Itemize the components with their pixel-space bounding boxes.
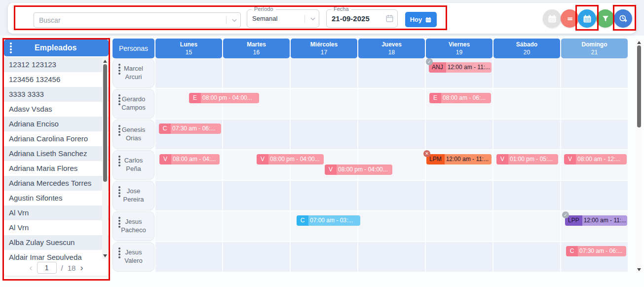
scroll-up-icon[interactable] (637, 41, 641, 44)
page-next-icon[interactable]: › (80, 263, 83, 272)
menu-icon (565, 14, 575, 24)
schedule-row: Genesis OriasC07:30 am - 06:... (113, 120, 629, 149)
person-card[interactable]: Jose Pereira (113, 181, 154, 210)
schedule-cell[interactable] (291, 242, 357, 272)
schedule-cell[interactable] (493, 181, 560, 210)
menu-button[interactable] (561, 9, 579, 28)
schedule-cell[interactable] (155, 242, 222, 272)
shift-chip[interactable]: C07:30 am - 06:... (566, 246, 626, 256)
schedule-cell[interactable] (291, 181, 357, 210)
drag-handle-icon[interactable] (7, 41, 15, 55)
schedule-cell[interactable] (358, 89, 425, 119)
scroll-down-icon[interactable] (637, 268, 641, 271)
schedule-cell[interactable] (223, 120, 290, 149)
shift-chip[interactable]: V08:00 pm - 04:00... (325, 164, 392, 175)
schedule-cell[interactable] (426, 181, 492, 210)
page-prev-icon[interactable]: ‹ (30, 263, 33, 272)
schedule-cell[interactable] (358, 58, 425, 88)
calendar-disabled-button[interactable] (543, 9, 561, 28)
schedule-cell[interactable] (493, 120, 560, 149)
employee-list-item[interactable]: Adasv Vsdas (4, 102, 109, 117)
schedule-cell[interactable] (223, 211, 290, 241)
approved-check-icon[interactable]: ✓ (562, 211, 569, 218)
schedule-cell[interactable] (291, 89, 357, 119)
shift-chip[interactable]: V08:00 pm - 04:00... (257, 154, 324, 164)
schedule-cell[interactable] (155, 181, 222, 210)
shift-chip[interactable]: E08:00 am - 06:... (429, 93, 491, 103)
person-card[interactable]: Carlos Peña (113, 150, 154, 180)
person-card[interactable]: Jesus Pacheco (113, 211, 154, 241)
employee-list-item[interactable]: Adriana Mercedes Torres (4, 176, 109, 191)
employee-list-item[interactable]: Al Vrn (4, 220, 109, 235)
date-field[interactable]: Fecha 21-09-2025 (326, 9, 398, 28)
shift-chip[interactable]: V01:00 pm - 05:... (496, 154, 558, 164)
schedule-cell[interactable] (493, 242, 560, 272)
schedule-cell[interactable] (493, 211, 560, 241)
shift-chip[interactable]: C07:00 am - 03:... (297, 215, 360, 226)
grid-scrollbar[interactable] (636, 40, 642, 273)
person-card[interactable]: Genesis Orias (113, 120, 154, 149)
schedule-cell[interactable] (493, 89, 560, 119)
schedule-cell[interactable] (155, 58, 222, 88)
schedule-cell[interactable] (223, 242, 290, 272)
schedule-cell[interactable] (358, 181, 425, 210)
day-header-viernes: Viernes19 (426, 39, 492, 58)
employee-list-item[interactable]: Alba Zulay Suescun (4, 235, 109, 250)
shift-chip[interactable]: V08:00 am - 12:... (564, 154, 627, 164)
shift-chip[interactable]: C07:30 am - 06:... (159, 123, 221, 134)
schedule-cell[interactable] (358, 120, 425, 149)
person-card[interactable]: Marcel Arcuri (113, 58, 154, 88)
shift-chip[interactable]: LPP12:00 am - 11:...✓ (565, 215, 627, 226)
page-number-input[interactable] (37, 262, 57, 274)
schedule-cell[interactable] (223, 58, 290, 88)
calendar-outline-icon[interactable] (383, 13, 395, 25)
rejected-x-icon[interactable]: ✕ (423, 150, 430, 157)
scroll-up-icon[interactable] (103, 60, 107, 63)
employee-list-scrollbar[interactable] (102, 58, 108, 259)
search-input[interactable] (34, 16, 224, 24)
shift-chip[interactable]: E08:00 pm - 04:00... (189, 93, 259, 103)
scroll-down-icon[interactable] (103, 254, 107, 257)
schedule-cell[interactable] (358, 242, 425, 272)
schedule-cell[interactable] (426, 211, 492, 241)
schedule-cell[interactable] (358, 211, 425, 241)
calendar-icon (547, 14, 557, 24)
schedule-cell[interactable] (561, 58, 628, 88)
employee-list-item[interactable]: Adriana Carolina Forero (4, 131, 109, 146)
employee-list-item[interactable]: Agustin Sifontes (4, 191, 109, 205)
approved-check-icon[interactable]: ✓ (426, 58, 433, 65)
schedule-cell[interactable] (561, 89, 628, 119)
person-card[interactable]: Gerardo Campos (113, 89, 154, 119)
employee-list-item[interactable]: Al Vrn (4, 205, 109, 220)
shift-time-label: 08:00 pm - 04:00... (201, 93, 259, 103)
person-card[interactable]: Jesus Valero (113, 242, 154, 272)
schedule-cell[interactable] (561, 181, 628, 210)
schedule-cell[interactable] (155, 211, 222, 241)
scrollbar-thumb[interactable] (103, 64, 107, 182)
period-select[interactable]: Período Semanal (247, 9, 319, 28)
employee-list-item[interactable]: Adriana Maria Flores (4, 161, 109, 176)
schedule-cell[interactable] (561, 120, 628, 149)
shift-chip[interactable]: LPM12:00 am - 11:...✕ (426, 154, 492, 164)
today-button[interactable]: Hoy (405, 12, 437, 27)
employee-list-item[interactable]: Adriana Liseth Sanchez (4, 146, 109, 161)
shift-chip[interactable]: ANJ12:00 am - 11:...✓ (429, 62, 492, 73)
chevron-down-icon[interactable] (307, 13, 319, 25)
schedule-cell[interactable] (426, 120, 492, 149)
shift-chip[interactable]: V08:00 am - 04:... (159, 154, 220, 164)
calendar-button[interactable] (578, 9, 596, 28)
filter-button[interactable] (596, 9, 614, 28)
shift-time-button[interactable] (614, 9, 632, 28)
employee-list-item[interactable]: Aldair Imar Sepulveda (4, 250, 109, 260)
scrollbar-thumb[interactable] (637, 45, 641, 127)
employee-list-item[interactable]: 123456 132456 (4, 72, 109, 87)
employee-list-item[interactable]: 12312 123123 (4, 57, 109, 72)
schedule-cell[interactable] (493, 58, 560, 88)
chevron-down-icon[interactable] (228, 14, 240, 26)
schedule-cell[interactable] (291, 120, 357, 149)
employee-list-item[interactable]: Adriana Enciso (4, 117, 109, 131)
schedule-cell[interactable] (426, 242, 492, 272)
schedule-cell[interactable] (223, 181, 290, 210)
schedule-cell[interactable] (291, 58, 357, 88)
employee-list-item[interactable]: 3333 3333 (4, 87, 109, 102)
